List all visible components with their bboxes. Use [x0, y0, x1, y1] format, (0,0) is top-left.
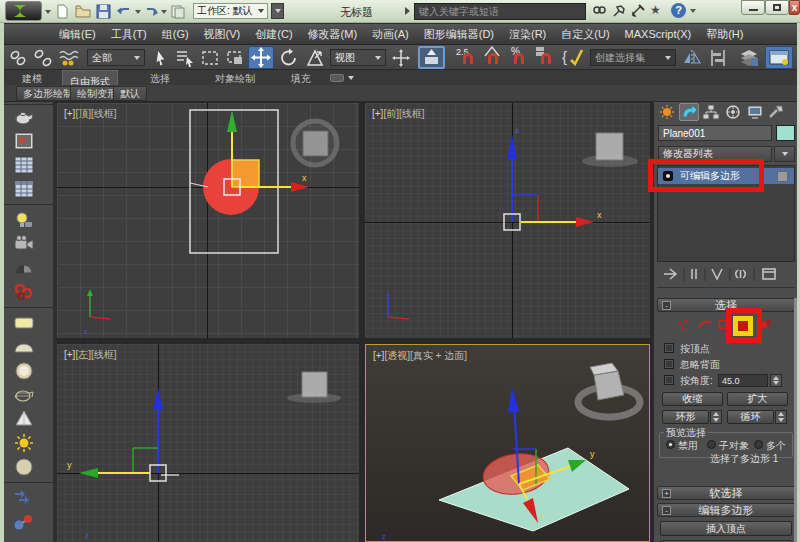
percent-snap-icon[interactable]: %: [508, 46, 530, 73]
lightbulb-icon[interactable]: [4, 208, 44, 232]
help-icon[interactable]: ?: [671, 3, 686, 18]
viewport-perspective[interactable]: y x z [+][透视][真实 + 边面]: [365, 344, 650, 542]
ribbon-minimize-icon[interactable]: [330, 74, 344, 82]
spinner-snap-icon[interactable]: [533, 46, 555, 73]
vertex-mode-icon[interactable]: [679, 320, 688, 330]
ribbon-tab-populate[interactable]: 填充: [291, 72, 311, 86]
menu-animation[interactable]: 动画(A): [372, 27, 409, 42]
bind-to-space-warp-icon[interactable]: [58, 48, 80, 72]
viewport-front-label[interactable]: [+][前][线框]: [372, 107, 425, 121]
dome-primitive-icon[interactable]: [4, 335, 44, 359]
render-image-icon[interactable]: [4, 129, 44, 153]
teapot-render-icon[interactable]: [4, 105, 44, 129]
ring-spinner[interactable]: [710, 410, 722, 424]
dark-dome-icon[interactable]: [4, 256, 44, 280]
selection-filter-dropdown[interactable]: 全部: [87, 49, 145, 66]
viewport-top[interactable]: x z [+][顶][线框]: [57, 103, 359, 338]
menu-views[interactable]: 视图(V): [204, 27, 241, 42]
search-expand-arrow[interactable]: [405, 7, 410, 15]
tab-motion[interactable]: [724, 104, 742, 124]
named-selection-set-field[interactable]: 创建选择集: [590, 49, 676, 66]
ring-button[interactable]: 环形: [662, 410, 709, 424]
insert-vertex-button[interactable]: 插入顶点: [660, 521, 792, 536]
layer-manager-icon[interactable]: [738, 48, 760, 72]
help-caret[interactable]: [690, 9, 696, 13]
angle-snap-icon[interactable]: [482, 46, 504, 73]
modifier-list-caret-button[interactable]: [774, 146, 795, 162]
select-and-scale-icon[interactable]: [305, 48, 325, 72]
angle-value-field[interactable]: 45.0: [718, 374, 768, 387]
window-crossing-icon[interactable]: [225, 48, 245, 72]
redo-button[interactable]: [143, 5, 159, 23]
cone-primitive-icon[interactable]: [4, 407, 44, 431]
preview-multi-radio[interactable]: [754, 440, 763, 449]
menu-create[interactable]: 创建(C): [255, 27, 292, 42]
select-and-place-button[interactable]: [418, 46, 445, 69]
mirror-icon[interactable]: [682, 48, 702, 72]
search-icon[interactable]: [592, 4, 607, 22]
by-angle-checkbox[interactable]: [664, 375, 674, 385]
viewport-left-label[interactable]: [+][左][线框]: [64, 348, 117, 362]
soft-selection-rollout-header[interactable]: +软选择: [657, 486, 795, 500]
ribbon-tab-object-paint[interactable]: 对象绘制: [215, 72, 255, 86]
molecule-icon[interactable]: [4, 510, 44, 534]
close-button[interactable]: x: [789, 0, 800, 15]
tab-utilities[interactable]: [768, 104, 786, 124]
tab-create[interactable]: [658, 104, 676, 124]
undo-caret[interactable]: [135, 10, 141, 14]
app-logo[interactable]: [5, 1, 42, 21]
use-pivot-center-icon[interactable]: [391, 48, 411, 72]
object-name-field[interactable]: Plane001: [658, 125, 772, 141]
favorites-star-icon[interactable]: ★: [650, 3, 661, 17]
edit-poly-rollout-header[interactable]: -编辑多边形: [657, 503, 795, 517]
keyboard-override-icon[interactable]: {: [561, 46, 585, 73]
unlink-selection-icon[interactable]: [33, 48, 53, 72]
spreadsheet-icon[interactable]: [4, 153, 44, 177]
disc-primitive-icon[interactable]: [4, 359, 44, 383]
tab-modify[interactable]: [679, 103, 699, 121]
new-file-button[interactable]: [55, 4, 70, 23]
subscription-icon[interactable]: [631, 4, 645, 22]
scene-explorer-button[interactable]: [765, 46, 793, 69]
ribbon-minimize-caret[interactable]: [348, 76, 354, 80]
preview-disabled-radio[interactable]: [666, 440, 675, 449]
plane-primitive-icon[interactable]: [4, 311, 44, 335]
grow-button[interactable]: 扩大: [727, 392, 788, 406]
search-input[interactable]: 键入关键字或短语: [414, 3, 586, 20]
loop-spinner[interactable]: [775, 410, 787, 424]
logo-menu-caret[interactable]: [45, 10, 51, 14]
red-rings-icon[interactable]: [4, 280, 44, 304]
panel-scrollbar[interactable]: [794, 298, 797, 542]
menu-group[interactable]: 组(G): [162, 27, 189, 42]
select-and-rotate-icon[interactable]: [279, 48, 299, 72]
open-file-button[interactable]: [75, 4, 91, 23]
blue-arrows-icon[interactable]: [4, 486, 44, 510]
menu-help[interactable]: 帮助(H): [706, 27, 743, 42]
angle-spinner[interactable]: [770, 374, 782, 387]
select-and-link-icon[interactable]: [8, 48, 28, 72]
ribbon-tab-modeling[interactable]: 建模: [22, 72, 42, 86]
menu-rendering[interactable]: 渲染(R): [509, 27, 546, 42]
select-object-icon[interactable]: [151, 48, 171, 72]
menu-tools[interactable]: 工具(T): [111, 27, 147, 42]
project-folder-icon[interactable]: [170, 4, 186, 23]
menu-edit[interactable]: 编辑(E): [59, 27, 96, 42]
reference-coordinate-dropdown[interactable]: 视图: [330, 49, 386, 66]
save-button[interactable]: [96, 4, 111, 23]
preview-subobj-radio[interactable]: [707, 440, 716, 449]
viewport-top-label[interactable]: [+][顶][线框]: [64, 107, 117, 121]
redo-caret[interactable]: [161, 10, 167, 14]
edge-mode-icon[interactable]: [699, 321, 711, 328]
menu-graph-editors[interactable]: 图形编辑器(D): [424, 27, 494, 42]
shrink-button[interactable]: 收缩: [662, 392, 723, 406]
tab-display[interactable]: [746, 104, 764, 124]
ribbon-tab-freeform[interactable]: 自由形式: [62, 70, 118, 85]
menu-customize[interactable]: 自定义(U): [561, 27, 609, 42]
select-by-name-icon[interactable]: [175, 48, 195, 72]
camera-icon[interactable]: [4, 232, 44, 256]
align-icon[interactable]: [708, 48, 728, 72]
ribbon-tab-selection[interactable]: 选择: [150, 72, 170, 86]
loop-button[interactable]: 循环: [727, 410, 774, 424]
sun-light-icon[interactable]: [4, 431, 44, 455]
communication-center-icon[interactable]: [612, 4, 626, 22]
